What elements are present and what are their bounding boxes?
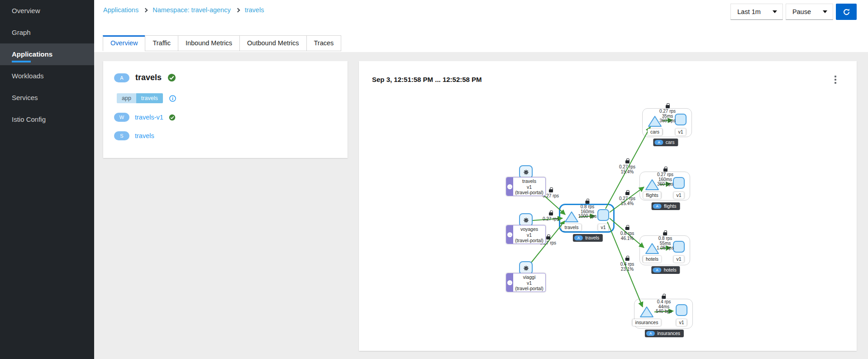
mtls-lock-icon: [625, 192, 629, 195]
node-label: v1: [673, 256, 684, 263]
graph-overview-card: Sep 3, 12:51:58 PM ... 12:52:58 PM: [359, 61, 857, 351]
time-toolbar: Last 1m Pause: [728, 4, 857, 20]
sidebar-item-applications[interactable]: Applications: [0, 43, 94, 65]
node-label-voyages[interactable]: → voyagesv1(travel-portal): [506, 225, 546, 244]
edge-metrics: 0.4 rps44ms540 bps: [656, 296, 672, 314]
content-area: A travels apptravels W travels-v1 S trav…: [94, 52, 868, 359]
sidebar: Overview Graph Applications Workloads Se…: [0, 0, 94, 359]
node-label-viaggi[interactable]: → viaggiv1(travel-portal): [506, 273, 546, 292]
mtls-lock-icon: [662, 296, 666, 299]
breadcrumb-link-travels[interactable]: travels: [245, 6, 264, 14]
sidebar-item-workloads[interactable]: Workloads: [0, 65, 94, 87]
node-label: v1: [598, 224, 608, 231]
mesh-workload-icon: [523, 217, 529, 224]
mesh-workload-icon: [523, 169, 529, 176]
edge-metrics: 0.27 rps35ms360 bps: [659, 105, 676, 124]
sidebar-item-overview[interactable]: Overview: [0, 0, 94, 22]
node-label-travels-portal[interactable]: → travelsv1(travel-portal): [506, 177, 546, 196]
node-label: hotels: [643, 256, 661, 263]
info-icon[interactable]: [169, 95, 176, 102]
workload-node-hotels-v1[interactable]: [673, 241, 685, 253]
workload-node-cars-v1[interactable]: [675, 114, 687, 125]
node-label: insurances: [633, 319, 661, 326]
group-chip-insurances[interactable]: Ainsurances: [645, 330, 684, 337]
app-badge: A: [114, 73, 129, 82]
tab-inbound-metrics[interactable]: Inbound Metrics: [178, 35, 240, 51]
edge-label: 0.27 rps15.4%: [619, 160, 635, 174]
refresh-interval-dropdown[interactable]: Pause: [786, 4, 833, 20]
breadcrumb-link-namespace[interactable]: Namespace: travel-agency: [153, 6, 230, 14]
kiali-page: Overview Graph Applications Workloads Se…: [0, 0, 868, 359]
mtls-lock-icon: [625, 227, 629, 230]
node-label: v1: [676, 319, 687, 326]
edge-label: 0.4 rps23.1%: [620, 258, 634, 272]
traffic-source-icon: →: [507, 184, 512, 189]
mesh-workload-icon: [523, 265, 529, 272]
breadcrumb: Applications Namespace: travel-agency tr…: [103, 6, 264, 14]
mtls-lock-icon: [548, 189, 553, 192]
health-check-icon: [169, 114, 176, 121]
edge-label: 0.27 rps: [543, 212, 559, 221]
mtls-lock-icon: [665, 105, 669, 108]
active-nav-underline: [12, 61, 31, 62]
duration-dropdown[interactable]: Last 1m: [730, 4, 783, 20]
group-chip-travels[interactable]: Atravels: [573, 234, 603, 242]
mtls-lock-icon: [663, 168, 667, 172]
chevron-down-icon: [773, 10, 777, 13]
app-title: travels: [135, 73, 162, 82]
workload-node-travels-v1[interactable]: [597, 209, 609, 221]
mtls-lock-icon: [625, 258, 629, 261]
mtls-lock-icon: [546, 236, 550, 239]
tab-traces[interactable]: Traces: [306, 35, 342, 51]
node-label: v1: [673, 192, 684, 199]
edge-metrics: 0.8 rps160ms1000 bps: [578, 201, 596, 219]
mtls-lock-icon: [586, 201, 590, 204]
edge-label: 0.8 rps46.1%: [620, 227, 634, 241]
page-header: Applications Namespace: travel-agency tr…: [94, 0, 868, 52]
refresh-button[interactable]: [836, 4, 857, 20]
node-label: cars: [648, 129, 662, 135]
sync-icon: [843, 8, 850, 16]
app-node-travels[interactable]: [564, 211, 579, 223]
node-label: flights: [643, 192, 661, 199]
group-chip-flights[interactable]: Aflights: [652, 202, 680, 210]
breadcrumb-link-applications[interactable]: Applications: [103, 6, 138, 14]
chevron-right-icon: [143, 8, 148, 12]
edge-label: 0.27 rps15.4%: [619, 192, 635, 206]
node-label: travels: [562, 224, 582, 231]
app-summary-card: A travels apptravels W travels-v1 S trav…: [103, 61, 348, 158]
detail-tabs: Overview Traffic Inbound Metrics Outboun…: [103, 35, 341, 51]
service-link[interactable]: travels: [135, 132, 154, 139]
external-namespace-band: →: [506, 273, 513, 292]
edge-metrics: 0.27 rps160ms360 bps: [657, 168, 673, 187]
workload-badge: W: [114, 113, 129, 122]
group-chip-hotels[interactable]: Ahotels: [651, 266, 680, 274]
mesh-graph-canvas[interactable]: → travelsv1(travel-portal) 0.27 rps → vo…: [359, 61, 857, 351]
tab-outbound-metrics[interactable]: Outbound Metrics: [239, 35, 306, 51]
sidebar-item-graph[interactable]: Graph: [0, 22, 94, 43]
chevron-down-icon: [823, 10, 827, 13]
label-chip-app[interactable]: apptravels: [117, 93, 163, 103]
tab-overview[interactable]: Overview: [103, 35, 145, 51]
mtls-lock-icon: [548, 212, 553, 215]
external-namespace-band: →: [506, 225, 513, 244]
mtls-lock-icon: [625, 160, 629, 163]
tab-traffic[interactable]: Traffic: [145, 35, 178, 51]
traffic-source-icon: →: [507, 280, 512, 285]
sidebar-item-istio-config[interactable]: Istio Config: [0, 109, 94, 130]
traffic-source-icon: →: [507, 232, 512, 237]
workload-node-insurances-v1[interactable]: [676, 304, 687, 316]
node-label: v1: [675, 129, 686, 135]
workload-link[interactable]: travels-v1: [135, 114, 163, 121]
health-check-icon: [167, 73, 176, 82]
edge-metrics: 0.8 rps55ms1.05 kps: [657, 232, 674, 251]
service-badge: S: [114, 131, 129, 140]
external-namespace-band: →: [506, 177, 513, 196]
workload-node-flights-v1[interactable]: [673, 177, 685, 189]
chevron-right-icon: [235, 8, 240, 12]
group-chip-cars[interactable]: Acars: [653, 139, 678, 146]
sidebar-item-services[interactable]: Services: [0, 87, 94, 109]
app-node-insurances[interactable]: [639, 306, 654, 318]
mtls-lock-icon: [663, 232, 668, 235]
